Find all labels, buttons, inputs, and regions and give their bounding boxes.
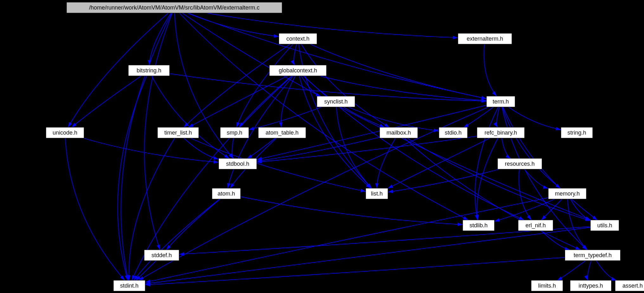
node-termtypedef[interactable]: term_typedef.h xyxy=(565,250,621,261)
edge-globalctx-to-list xyxy=(299,76,370,188)
node-mailbox[interactable]: mailbox.h xyxy=(380,127,418,138)
node-stddef[interactable]: stddef.h xyxy=(144,250,179,261)
node-box xyxy=(498,158,542,169)
edge-context-to-term xyxy=(310,44,486,99)
node-box xyxy=(463,220,494,231)
node-refcbinary[interactable]: refc_binary.h xyxy=(477,127,525,138)
node-box xyxy=(219,158,257,169)
node-box xyxy=(158,127,199,138)
edge-termtypedef-to-stdint xyxy=(145,257,565,285)
edge-term-to-stdio xyxy=(463,107,493,127)
node-box xyxy=(212,188,241,199)
node-box xyxy=(458,33,512,44)
edge-refcbinary-to-stdlib xyxy=(477,138,498,220)
edge-resources-to-list xyxy=(388,169,499,192)
edge-stddef-to-stdint xyxy=(136,261,156,280)
node-box xyxy=(269,65,326,76)
edge-mailbox-to-utils xyxy=(407,138,590,221)
node-globalctx[interactable]: globalcontext.h xyxy=(269,65,326,76)
node-limits[interactable]: limits.h xyxy=(531,280,563,291)
edge-erlnif-to-termtypedef xyxy=(541,231,570,250)
edge-memory-to-utils xyxy=(570,199,590,220)
node-bitstring[interactable]: bitstring.h xyxy=(128,65,170,76)
edge-memory-to-termtypedef xyxy=(568,199,588,250)
node-box xyxy=(561,127,593,138)
node-synclist[interactable]: synclist.h xyxy=(317,96,355,107)
edge-refcbinary-to-list xyxy=(388,138,490,188)
node-atomtable[interactable]: atom_table.h xyxy=(258,127,306,138)
node-box xyxy=(570,280,611,291)
edge-unicode-to-stdint xyxy=(65,138,125,280)
node-atom[interactable]: atom.h xyxy=(212,188,241,199)
node-box xyxy=(144,250,179,261)
node-context[interactable]: context.h xyxy=(279,33,317,44)
node-box xyxy=(548,188,586,199)
node-box xyxy=(46,127,84,138)
node-box xyxy=(279,33,317,44)
node-box xyxy=(380,127,418,138)
node-assert[interactable]: assert.h xyxy=(615,280,644,291)
edge-root-to-stdint xyxy=(121,13,172,280)
node-resources[interactable]: resources.h xyxy=(498,158,542,169)
node-box xyxy=(439,127,467,138)
node-memory[interactable]: memory.h xyxy=(548,188,586,199)
edge-globalctx-to-stdint xyxy=(132,76,292,280)
node-utils[interactable]: utils.h xyxy=(590,220,619,231)
edge-synclist-to-smp xyxy=(249,107,321,130)
node-box xyxy=(565,250,621,261)
edge-memory-to-erlnif xyxy=(541,199,562,220)
node-box xyxy=(258,127,306,138)
edge-term-to-memory xyxy=(502,107,560,188)
node-stdio[interactable]: stdio.h xyxy=(439,127,467,138)
edge-utils-to-stdint xyxy=(145,227,590,284)
edge-term-to-refcbinary xyxy=(497,107,499,127)
node-box xyxy=(615,280,644,291)
edge-context-to-globalctx xyxy=(294,44,297,65)
node-externalterm[interactable]: externalterm.h xyxy=(458,33,512,44)
node-box xyxy=(590,220,619,231)
edge-refcbinary-to-resources xyxy=(502,138,511,158)
edge-root-to-term xyxy=(188,13,486,99)
edge-atom-to-stdlib xyxy=(241,196,463,224)
edge-termtypedef-to-inttypes xyxy=(588,261,591,280)
node-stdbool[interactable]: stdbool.h xyxy=(219,158,257,169)
node-box xyxy=(486,96,515,107)
edge-atomtable-to-stdbool xyxy=(247,138,275,158)
edge-termtypedef-to-assert xyxy=(596,261,616,280)
node-smp[interactable]: smp.h xyxy=(220,127,249,138)
node-box xyxy=(67,2,282,13)
node-box xyxy=(477,127,525,138)
edge-context-to-timerlist xyxy=(184,44,290,127)
node-inttypes[interactable]: inttypes.h xyxy=(570,280,611,291)
node-string[interactable]: string.h xyxy=(561,127,593,138)
node-box xyxy=(531,280,563,291)
node-root[interactable]: /home/runner/work/AtomVM/AtomVM/src/libA… xyxy=(67,2,282,13)
node-stdlib[interactable]: stdlib.h xyxy=(463,220,494,231)
node-timerlist[interactable]: timer_list.h xyxy=(158,127,199,138)
node-box xyxy=(366,188,388,199)
node-list[interactable]: list.h xyxy=(366,188,388,199)
edge-mailbox-to-stdbool xyxy=(257,137,380,161)
node-box xyxy=(128,65,170,76)
node-box xyxy=(220,127,249,138)
edge-bitstring-to-stdint xyxy=(118,76,147,280)
node-stdint[interactable]: stdint.h xyxy=(113,280,145,291)
edge-mailbox-to-list xyxy=(377,138,396,188)
edge-root-to-externalterm xyxy=(207,13,458,38)
edge-termtypedef-to-limits xyxy=(557,261,585,280)
node-box xyxy=(317,96,355,107)
node-unicode[interactable]: unicode.h xyxy=(46,127,84,138)
node-erlnif[interactable]: erl_nif.h xyxy=(518,220,553,231)
edge-root-to-context xyxy=(188,13,279,37)
edge-term-to-string xyxy=(508,107,561,130)
node-term[interactable]: term.h xyxy=(486,96,515,107)
edge-externalterm-to-term xyxy=(484,44,497,96)
edge-atom-to-stdint xyxy=(133,199,219,280)
node-box xyxy=(518,220,553,231)
node-box xyxy=(113,280,145,291)
